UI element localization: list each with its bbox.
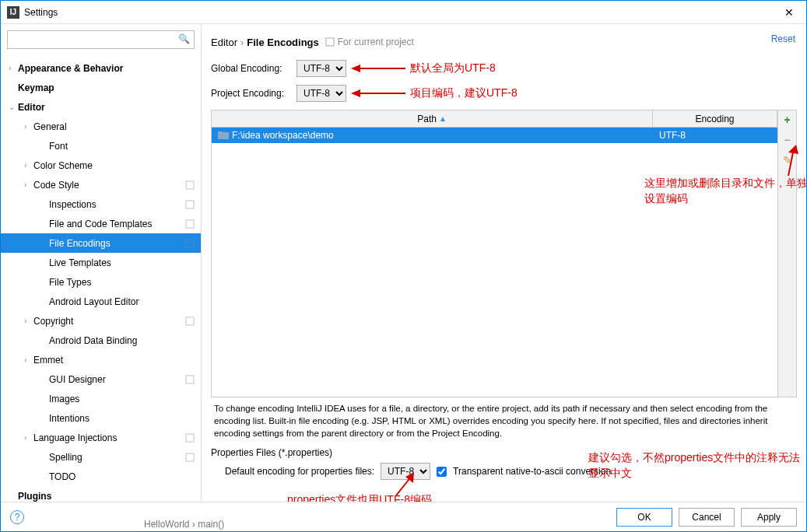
- sidebar-item-editor[interactable]: ⌄Editor: [1, 97, 201, 117]
- annotation-side: 这里增加或删除目录和文件，单独设置编码: [644, 176, 807, 206]
- arrow-icon: [777, 145, 800, 176]
- for-current-project: For current project: [325, 37, 414, 47]
- chevron-icon: ›: [24, 433, 33, 442]
- table-row[interactable]: F:\idea workspace\demo UTF-8: [212, 128, 777, 143]
- svg-rect-6: [186, 434, 194, 442]
- breadcrumb: Editor › File Encodings For current proj…: [211, 32, 797, 52]
- native-to-ascii-checkbox[interactable]: [437, 467, 447, 477]
- sidebar-item-spelling[interactable]: Spelling: [1, 447, 201, 467]
- sidebar-item-label: Plugins: [18, 491, 201, 502]
- svg-marker-12: [351, 89, 360, 97]
- sidebar-item-emmet[interactable]: ›Emmet: [1, 350, 201, 369]
- chevron-icon: ›: [24, 122, 33, 131]
- svg-rect-2: [186, 220, 194, 228]
- sidebar-item-images[interactable]: Images: [1, 389, 201, 408]
- sort-icon: ▲: [439, 114, 447, 123]
- sidebar-item-label: Code Style: [33, 180, 185, 191]
- svg-rect-4: [186, 317, 194, 325]
- editor-breadcrumb: HelloWorld › main(): [141, 516, 227, 532]
- native-to-ascii-label: Transparent native-to-ascii conversion: [453, 466, 611, 477]
- sidebar-item-label: Spelling: [49, 452, 185, 463]
- help-button[interactable]: ?: [10, 510, 24, 524]
- apply-button[interactable]: Apply: [741, 508, 797, 527]
- sidebar-item-label: Emmet: [33, 355, 201, 366]
- sidebar-item-label: Copyright: [33, 316, 185, 327]
- sidebar-item-language-injections[interactable]: ›Language Injections: [1, 428, 201, 447]
- add-button[interactable]: +: [784, 114, 790, 126]
- sidebar-item-label: File Types: [49, 277, 201, 288]
- titlebar: IJ Settings ✕: [1, 1, 806, 24]
- sidebar-item-gui-designer[interactable]: GUI Designer: [1, 369, 201, 389]
- sidebar-item-label: Keymap: [18, 82, 201, 93]
- breadcrumb-current: File Encodings: [247, 37, 318, 48]
- col-path[interactable]: Path▲: [212, 110, 653, 127]
- content-panel: Editor › File Encodings For current proj…: [202, 24, 806, 506]
- svg-marker-14: [788, 145, 798, 154]
- col-encoding[interactable]: Encoding: [653, 110, 777, 127]
- app-icon: IJ: [7, 6, 19, 19]
- sidebar-item-label: Intentions: [49, 413, 201, 424]
- sidebar-item-label: File Encodings: [49, 238, 185, 249]
- ok-button[interactable]: OK: [616, 508, 672, 527]
- sidebar-item-todo[interactable]: TODO: [1, 467, 201, 486]
- sidebar-item-label: File and Code Templates: [49, 219, 185, 229]
- search-icon: 🔍: [178, 33, 190, 44]
- sidebar-item-color-scheme[interactable]: ›Color Scheme: [1, 156, 201, 175]
- sidebar-item-label: Inspections: [49, 199, 185, 210]
- cancel-button[interactable]: Cancel: [679, 508, 735, 527]
- project-encoding-select[interactable]: UTF-8: [296, 85, 346, 102]
- annotation-global: 默认全局为UTF-8: [351, 61, 496, 75]
- svg-rect-5: [186, 376, 194, 383]
- svg-rect-1: [186, 201, 194, 208]
- help-text: To change encoding IntelliJ IDEA uses fo…: [211, 397, 797, 444]
- project-scope-icon: [185, 219, 195, 229]
- sidebar-item-code-style[interactable]: ›Code Style: [1, 175, 201, 194]
- chevron-icon: ›: [24, 355, 33, 364]
- sidebar-item-keymap[interactable]: Keymap: [1, 78, 201, 97]
- project-scope-icon: [185, 200, 195, 209]
- window-title: Settings: [24, 7, 778, 18]
- sidebar-item-copyright[interactable]: ›Copyright: [1, 311, 201, 331]
- sidebar-item-android-layout-editor[interactable]: Android Layout Editor: [1, 292, 201, 311]
- sidebar-item-label: TODO: [49, 471, 201, 482]
- sidebar-item-label: General: [33, 121, 201, 132]
- search-input[interactable]: [7, 30, 195, 49]
- sidebar-item-label: Android Data Binding: [49, 335, 201, 346]
- sidebar-item-label: Images: [49, 394, 201, 404]
- breadcrumb-sep: ›: [237, 37, 247, 48]
- sidebar-item-label: Editor: [18, 102, 201, 113]
- sidebar-item-label: GUI Designer: [49, 374, 185, 385]
- chevron-icon: ›: [9, 64, 18, 72]
- arrow-icon: [351, 64, 405, 73]
- sidebar-item-file-types[interactable]: File Types: [1, 272, 201, 292]
- breadcrumb-parent[interactable]: Editor: [211, 37, 237, 48]
- sidebar: 🔍 ›Appearance & BehaviorKeymap⌄Editor›Ge…: [1, 24, 202, 506]
- chevron-icon: ›: [24, 161, 33, 170]
- project-icon: [325, 37, 335, 47]
- sidebar-item-android-data-binding[interactable]: Android Data Binding: [1, 331, 201, 350]
- global-encoding-select[interactable]: UTF-8: [296, 60, 346, 77]
- sidebar-item-file-encodings[interactable]: File Encodings: [1, 233, 201, 253]
- svg-rect-3: [186, 240, 194, 247]
- project-encoding-label: Project Encoding:: [211, 88, 296, 99]
- arrow-icon: [351, 89, 405, 98]
- svg-marker-10: [351, 65, 360, 72]
- sidebar-item-label: Android Layout Editor: [49, 296, 201, 307]
- close-icon[interactable]: ✕: [778, 3, 800, 22]
- sidebar-item-font[interactable]: Font: [1, 136, 201, 156]
- project-scope-icon: [185, 239, 195, 248]
- annotation-props-side: 建议勾选，不然properties文件中的注释无法显示中文: [588, 450, 806, 481]
- chevron-icon: ›: [24, 317, 33, 325]
- default-props-label: Default encoding for properties files:: [225, 466, 374, 477]
- sidebar-item-inspections[interactable]: Inspections: [1, 194, 201, 214]
- sidebar-item-general[interactable]: ›General: [1, 117, 201, 136]
- sidebar-item-intentions[interactable]: Intentions: [1, 408, 201, 428]
- reset-link[interactable]: Reset: [771, 33, 795, 44]
- sidebar-item-file-and-code-templates[interactable]: File and Code Templates: [1, 214, 201, 233]
- sidebar-item-appearance-behavior[interactable]: ›Appearance & Behavior: [1, 58, 201, 78]
- sidebar-item-label: Color Scheme: [33, 160, 201, 171]
- sidebar-item-live-templates[interactable]: Live Templates: [1, 253, 201, 272]
- project-scope-icon: [185, 180, 195, 190]
- settings-tree: ›Appearance & BehaviorKeymap⌄Editor›Gene…: [1, 55, 201, 506]
- project-scope-icon: [185, 375, 195, 384]
